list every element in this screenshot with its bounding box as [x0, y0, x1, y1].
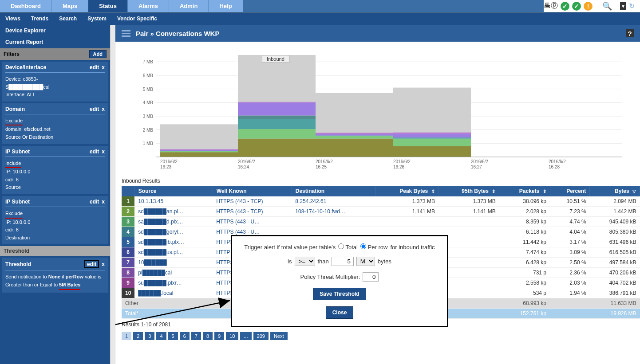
operator-select[interactable]: >= [295, 257, 315, 266]
svg-rect-15 [160, 152, 238, 157]
filter-box-1: DomaineditxExcludedomain: efscloud.netSo… [2, 103, 108, 144]
page-5[interactable]: 5 [168, 332, 178, 340]
add-filter-button[interactable]: Add [89, 50, 107, 58]
subtab-vendor[interactable]: Vendor Specific [117, 16, 157, 22]
filter-box-0: Device/InterfaceeditxDevice: c3850-S████… [2, 62, 108, 102]
radio-total[interactable]: Total [338, 243, 358, 250]
col-Peak Bytes[interactable]: Peak Bytes ⇕ [375, 186, 439, 196]
filter-edit[interactable]: edit [90, 149, 99, 155]
svg-rect-19 [160, 149, 238, 150]
table-row[interactable]: 110.1.13.45HTTPS (443 - TCP)8.254.242.61… [122, 196, 640, 207]
threshold-title: Threshold [5, 261, 31, 267]
table-row[interactable]: 3sa██████d.plx…HTTPS (443 - U…8.359 kp4.… [122, 217, 640, 227]
filter-edit[interactable]: edit [90, 64, 99, 70]
hamburger-icon[interactable] [122, 30, 130, 37]
page-6[interactable]: 6 [180, 332, 190, 340]
modal-text2: for inbound traffic [390, 244, 435, 250]
svg-text:5 MB: 5 MB [143, 87, 154, 92]
subtab-system[interactable]: System [87, 16, 107, 22]
table-row[interactable]: 2sd██████an.pl…HTTPS (443 - TCP)108-174-… [122, 207, 640, 217]
tab-admin[interactable]: Admin [169, 0, 209, 12]
threshold-edit[interactable]: edit [84, 260, 99, 268]
col-95th Bytes[interactable]: 95th Bytes ⇕ [439, 186, 499, 196]
radio-per-row[interactable]: Per row [360, 243, 387, 250]
svg-text:2 MB: 2 MB [143, 128, 154, 133]
collapse-strip[interactable] [110, 25, 115, 364]
filter-edit[interactable]: edit [90, 199, 99, 205]
tab-dashboard[interactable]: Dashboard [0, 0, 52, 12]
status-ok2-icon[interactable]: ✓ [572, 2, 581, 11]
page-2[interactable]: 2 [133, 332, 143, 340]
svg-rect-28 [316, 139, 393, 157]
status-ok-icon[interactable]: ✓ [561, 2, 569, 11]
refresh-icon[interactable]: ↻ [629, 2, 635, 10]
menu-dropdown[interactable]: ▾ [620, 2, 626, 10]
page-7[interactable]: 7 [191, 332, 201, 340]
svg-text:1 MB: 1 MB [143, 141, 154, 146]
threshold-close[interactable]: x [102, 261, 105, 267]
page-1[interactable]: 1 [122, 332, 131, 340]
col-Well Known[interactable]: Well Known [213, 186, 292, 196]
tab-maps[interactable]: Maps [52, 0, 88, 12]
svg-text:2016/6/2: 2016/6/2 [471, 159, 488, 164]
subtab-trends[interactable]: Trends [31, 16, 48, 22]
page-10[interactable]: 10 [226, 332, 238, 340]
filter-close[interactable]: x [102, 106, 105, 112]
threshold-box: Threshold edit x Send notification to No… [2, 258, 108, 292]
page-9[interactable]: 9 [214, 332, 224, 340]
page-209[interactable]: 209 [253, 332, 269, 340]
page-4[interactable]: 4 [156, 332, 166, 340]
chart[interactable]: 7 MB6 MB5 MB4 MB3 MB2 MB1 MB2016/6/216:2… [133, 51, 622, 175]
search-icon[interactable]: 🔍 [602, 1, 612, 11]
svg-rect-30 [316, 136, 393, 137]
value-input[interactable] [332, 257, 354, 266]
status-warn-icon[interactable]: ! [584, 2, 593, 11]
breadcrumb-conv[interactable]: Conversations WKP [156, 30, 219, 37]
subtab-search[interactable]: Search [59, 16, 77, 22]
chart-legend[interactable]: Inbound [262, 55, 289, 63]
threshold-header: Threshold [0, 246, 110, 256]
multiplier-input[interactable] [363, 272, 379, 282]
col-num[interactable] [122, 186, 134, 196]
col-Percent[interactable]: Percent [550, 186, 590, 196]
threshold-modal: Trigger alert if total value per table's… [231, 235, 448, 327]
nav-current-report[interactable]: Current Report [0, 36, 110, 48]
close-modal-button[interactable]: Close [326, 306, 354, 319]
help-icon[interactable]: ? [626, 29, 634, 37]
sub-tabs: Views Trends Search System Vendor Specif… [0, 12, 640, 25]
breadcrumb-pair[interactable]: Pair [136, 30, 148, 37]
col-Source[interactable]: Source [134, 186, 213, 196]
results-label: Inbound Results [115, 176, 640, 186]
page-8[interactable]: 8 [203, 332, 213, 340]
svg-rect-35 [393, 139, 471, 146]
tab-help[interactable]: Help [209, 0, 243, 12]
multiplier-label: Policy Threat Multiplier: [300, 274, 360, 280]
filter-close[interactable]: x [102, 64, 105, 70]
unit-select[interactable]: M [356, 257, 375, 266]
col-Bytes[interactable]: Bytes ▽ [590, 186, 640, 196]
col-Destination[interactable]: Destination [292, 186, 375, 196]
col-Packets[interactable]: Packets ⇕ [499, 186, 550, 196]
page-...[interactable]: ... [240, 332, 251, 340]
svg-rect-31 [316, 134, 393, 135]
svg-rect-38 [393, 133, 471, 134]
printer-icon[interactable]: 🖶ⓟ [544, 1, 558, 11]
save-threshold-button[interactable]: Save Threshold [313, 288, 366, 300]
filter-edit[interactable]: edit [90, 106, 99, 112]
page-3[interactable]: 3 [145, 332, 154, 340]
page-Next[interactable]: Next [270, 332, 288, 340]
tab-status[interactable]: Status [88, 0, 128, 12]
svg-text:16:24: 16:24 [238, 164, 249, 169]
filter-box-2: IP SubneteditxIncludeIP: 10.0.0.0cidr: 8… [2, 146, 108, 194]
tab-alarms[interactable]: Alarms [128, 0, 169, 12]
svg-rect-16 [160, 151, 238, 152]
svg-rect-23 [238, 119, 316, 129]
svg-rect-29 [316, 136, 393, 139]
nav-device-explorer[interactable]: Device Explorer [0, 25, 110, 36]
subtab-views[interactable]: Views [5, 16, 20, 22]
svg-rect-22 [238, 129, 316, 138]
filter-close[interactable]: x [102, 199, 105, 205]
svg-text:2016/6/2: 2016/6/2 [160, 159, 178, 164]
filter-close[interactable]: x [102, 149, 105, 155]
chart-area: Inbound 7 MB6 MB5 MB4 MB3 MB2 MB1 MB2016… [115, 42, 640, 176]
